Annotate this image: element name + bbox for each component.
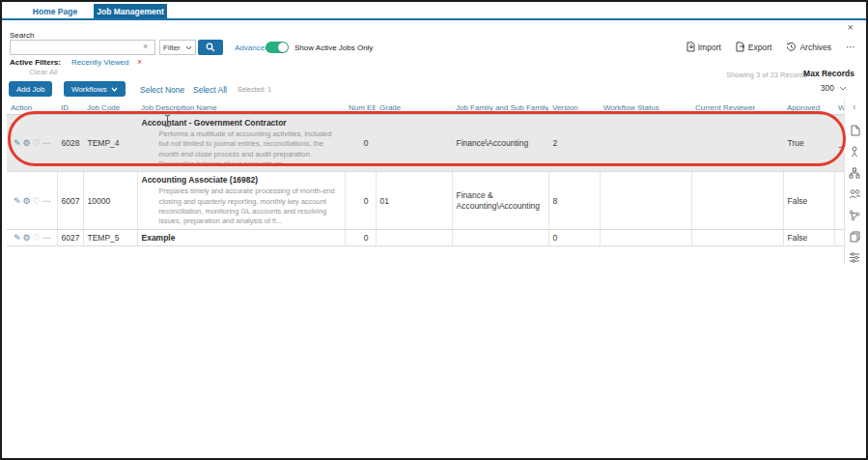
filter-remove-icon[interactable]: × xyxy=(137,58,142,67)
table-row[interactable]: ✎ ⚙ ♡ ⋯ 6028 TEMP_4 Accountant - Governm… xyxy=(7,115,846,172)
people-group-icon[interactable] xyxy=(849,187,861,200)
export-button[interactable]: Export xyxy=(736,42,772,52)
add-job-label: Add Job xyxy=(16,85,44,94)
advanced-link[interactable]: Advanced xyxy=(235,43,269,52)
archives-label: Archives xyxy=(799,43,831,52)
col-job-family[interactable]: Job Family and Sub Family xyxy=(452,101,548,115)
cell-job-code: 10000 xyxy=(83,172,137,229)
col-job-code[interactable]: Job Code xyxy=(83,101,137,115)
show-active-jobs-label: Show Active Jobs Only xyxy=(294,43,373,52)
org-chart-icon[interactable] xyxy=(849,166,861,179)
row-more-icon[interactable]: ⋯ xyxy=(42,233,52,243)
cell-current-reviewer xyxy=(691,172,783,229)
archives-icon xyxy=(786,42,797,52)
workflows-button[interactable]: Workflows xyxy=(64,81,126,97)
col-version[interactable]: Version xyxy=(548,101,600,115)
tab-underline xyxy=(2,18,866,20)
tab-job-management[interactable]: Job Management xyxy=(94,4,167,18)
show-active-jobs-toggle[interactable] xyxy=(266,42,289,53)
cell-current-reviewer xyxy=(691,229,783,245)
side-panel-rail: ‹ xyxy=(844,99,864,265)
col-current-reviewer[interactable]: Current Reviewer xyxy=(691,101,783,115)
row-more-icon[interactable]: ⋯ xyxy=(42,196,52,206)
max-records-value: 300 xyxy=(821,83,834,93)
col-action[interactable]: Action xyxy=(7,101,57,115)
sliders-icon[interactable] xyxy=(849,251,861,264)
selected-count: Selected: 1 xyxy=(238,86,271,93)
workflows-label: Workflows xyxy=(71,85,107,94)
cell-version: 0 xyxy=(548,229,600,245)
network-icon[interactable] xyxy=(849,209,861,221)
export-label: Export xyxy=(748,43,772,52)
job-title[interactable]: Accounting Associate (16982) xyxy=(142,174,341,185)
import-button[interactable]: Import xyxy=(686,42,721,52)
table-header-row: Action ID Job Code Job Description Name … xyxy=(7,101,846,115)
cell-approved: False xyxy=(783,172,834,229)
tab-home-page[interactable]: Home Page xyxy=(19,4,91,18)
cell-job-code: TEMP_5 xyxy=(83,229,137,245)
archives-button[interactable]: Archives xyxy=(786,42,831,52)
favorite-icon[interactable]: ♡ xyxy=(33,233,41,243)
gear-icon[interactable]: ⚙ xyxy=(23,233,31,243)
col-approved[interactable]: Approved xyxy=(783,101,834,115)
gear-icon[interactable]: ⚙ xyxy=(23,196,31,206)
row-actions: ✎ ⚙ ♡ ⋯ xyxy=(11,196,53,206)
cell-num-ees: 0 xyxy=(345,115,376,172)
search-input[interactable] xyxy=(10,40,155,55)
favorite-icon[interactable]: ♡ xyxy=(33,196,41,206)
person-flow-icon[interactable] xyxy=(849,145,861,158)
import-icon xyxy=(686,42,695,52)
col-workflow-status[interactable]: Workflow Status xyxy=(600,101,691,115)
top-toolbar: Import Export Archives ⋯ xyxy=(686,42,856,52)
max-records-dropdown[interactable]: 300 xyxy=(821,83,847,93)
cell-job-family: Finance\Accounting xyxy=(452,115,548,172)
search-icon xyxy=(206,43,215,52)
edit-icon[interactable]: ✎ xyxy=(14,196,21,206)
filter-chip-recently-viewed[interactable]: Recently Viewed xyxy=(71,58,128,67)
cell-workflow-status xyxy=(600,115,691,172)
job-title[interactable]: Example xyxy=(142,232,341,243)
job-description: Prepares timely and accurate processing … xyxy=(159,187,341,226)
edit-icon[interactable]: ✎ xyxy=(14,233,21,243)
col-grade[interactable]: Grade xyxy=(376,101,452,115)
more-options-icon[interactable]: ⋯ xyxy=(846,42,856,52)
cell-job-family xyxy=(452,229,548,245)
search-clear-icon[interactable]: × xyxy=(143,43,148,51)
select-all-link[interactable]: Select All xyxy=(193,85,227,95)
row-actions: ✎ ⚙ ♡ ⋯ xyxy=(11,233,53,243)
clear-all-link[interactable]: Clear All xyxy=(29,68,58,76)
add-job-button[interactable]: Add Job xyxy=(9,81,52,97)
jobs-table: Action ID Job Code Job Description Name … xyxy=(7,101,846,246)
close-icon[interactable]: × xyxy=(848,22,854,33)
job-title[interactable]: Accountant - Government Contractor xyxy=(142,117,341,128)
chevron-down-icon xyxy=(111,87,118,92)
cell-grade xyxy=(376,229,452,245)
search-label: Search xyxy=(10,31,34,40)
cell-approved: True xyxy=(783,115,834,172)
cell-current-reviewer xyxy=(691,115,783,172)
cell-version: 8 xyxy=(548,172,600,229)
col-id[interactable]: ID xyxy=(57,101,83,115)
select-none-link[interactable]: Select None xyxy=(140,85,184,95)
import-label: Import xyxy=(698,43,721,52)
collapse-panel-icon[interactable]: ‹ xyxy=(853,101,855,112)
row-more-icon[interactable]: ⋯ xyxy=(42,138,52,148)
gear-icon[interactable]: ⚙ xyxy=(23,138,31,148)
col-num-ees[interactable]: Num EEs xyxy=(345,101,376,115)
edit-icon[interactable]: ✎ xyxy=(14,138,21,148)
copy-icon[interactable] xyxy=(849,230,861,243)
favorite-icon[interactable]: ♡ xyxy=(33,138,41,148)
col-job-description-name[interactable]: Job Description Name xyxy=(137,101,345,115)
filter-dropdown[interactable]: Filter xyxy=(159,40,196,55)
cell-grade xyxy=(376,115,452,172)
cell-num-ees: 0 xyxy=(345,229,376,245)
table-row[interactable]: ✎ ⚙ ♡ ⋯ 6027 TEMP_5 Example 0 0 False xyxy=(7,229,846,245)
search-button[interactable] xyxy=(198,40,223,55)
document-icon[interactable] xyxy=(849,124,861,136)
chevron-down-icon xyxy=(839,86,847,91)
cell-workflow-status xyxy=(600,172,691,229)
table-row[interactable]: ✎ ⚙ ♡ ⋯ 6007 10000 Accounting Associate … xyxy=(7,172,846,229)
cell-approved: False xyxy=(783,229,834,245)
toggle-knob xyxy=(278,43,288,52)
cell-grade: 01 xyxy=(376,172,452,229)
